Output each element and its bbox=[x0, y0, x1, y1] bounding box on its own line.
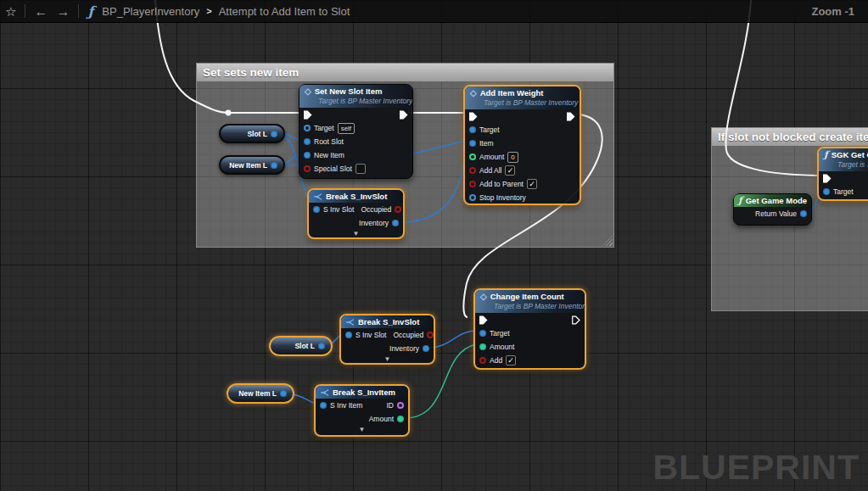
node-get-game-mode[interactable]: ƒGet Game Mode Return Value bbox=[733, 193, 812, 226]
node-header[interactable]: Break S_InvItem bbox=[316, 386, 408, 399]
exec-in-pin[interactable] bbox=[469, 112, 478, 121]
amount-pin[interactable] bbox=[397, 416, 404, 422]
return-value-pin[interactable] bbox=[800, 210, 807, 217]
exec-in-pin[interactable] bbox=[479, 315, 488, 325]
node-add-item-weight[interactable]: ◇Add Item Weight Target is BP Master Inv… bbox=[463, 85, 581, 205]
add-to-parent-checkbox[interactable]: ✓ bbox=[527, 179, 537, 189]
pin-label: Root Slot bbox=[314, 137, 344, 146]
pin-label: Amount bbox=[490, 343, 514, 351]
amount-field[interactable]: 0 bbox=[507, 152, 518, 163]
variable-pill-new-item-l-top[interactable]: New Item L bbox=[219, 155, 285, 175]
node-header[interactable]: Break S_InvSlot bbox=[309, 190, 403, 203]
exec-in-pin[interactable] bbox=[823, 174, 832, 183]
exec-out-pin[interactable] bbox=[400, 110, 408, 120]
back-arrow-icon[interactable]: ← bbox=[34, 0, 48, 23]
function-graph-icon: ƒ bbox=[87, 3, 93, 20]
pill-label: New Item L bbox=[238, 389, 277, 398]
node-subtitle: Target is BP Master Inventory bbox=[484, 98, 574, 107]
pin-label: S Inv Slot bbox=[356, 331, 386, 339]
zoom-level-label: Zoom -1 bbox=[811, 5, 854, 18]
node-subtitle: Target is S bbox=[837, 160, 868, 169]
pin-label: Add All bbox=[479, 166, 501, 175]
target-pin[interactable] bbox=[304, 125, 311, 131]
variable-pill-slot-l-bottom[interactable]: Slot L bbox=[269, 336, 333, 356]
variable-pill-new-item-l-bottom[interactable]: New Item L bbox=[227, 383, 294, 404]
collapse-arrow-icon[interactable]: ▼ bbox=[316, 426, 408, 435]
pill-label: Slot L bbox=[294, 342, 315, 350]
breadcrumb-separator-icon: > bbox=[206, 6, 211, 16]
pin-label: Occupied bbox=[393, 331, 423, 339]
node-subtitle: Target is BP Master Inventory bbox=[494, 302, 580, 310]
root-slot-pin[interactable] bbox=[304, 138, 311, 145]
node-title: Break S_InvSlot bbox=[358, 317, 419, 326]
pin-label: Amount bbox=[369, 415, 394, 423]
add-pin[interactable] bbox=[479, 357, 486, 364]
id-pin[interactable] bbox=[397, 402, 404, 409]
favorite-star-icon[interactable]: ☆ bbox=[5, 0, 16, 23]
forward-arrow-icon[interactable]: → bbox=[56, 0, 70, 23]
node-break-s-invitem[interactable]: Break S_InvItem S Inv ItemID Amount ▼ bbox=[314, 384, 410, 437]
target-pin[interactable] bbox=[479, 330, 486, 337]
add-all-pin[interactable] bbox=[469, 167, 476, 174]
exec-out-pin[interactable] bbox=[572, 315, 580, 325]
pin-label: Inventory bbox=[359, 219, 389, 227]
node-title: Get Game Mode bbox=[746, 196, 807, 205]
pill-label: Slot L bbox=[247, 130, 267, 138]
variable-output-pin[interactable] bbox=[280, 390, 287, 397]
target-pin[interactable] bbox=[469, 126, 476, 133]
amount-pin[interactable] bbox=[479, 343, 486, 350]
s-inv-slot-pin[interactable] bbox=[345, 332, 352, 338]
stop-inventory-pin[interactable] bbox=[469, 194, 476, 201]
node-header[interactable]: ◇Change Item Count Target is BP Master I… bbox=[475, 290, 585, 313]
pin-label: Target bbox=[833, 187, 854, 196]
amount-pin[interactable] bbox=[469, 153, 476, 160]
add-checkbox[interactable]: ✓ bbox=[506, 355, 516, 365]
collapse-arrow-icon[interactable]: ▼ bbox=[341, 355, 434, 365]
variable-output-pin[interactable] bbox=[318, 343, 325, 349]
node-header[interactable]: Break S_InvSlot bbox=[341, 315, 434, 328]
wire-reroute-dot[interactable] bbox=[226, 110, 232, 116]
node-change-item-count[interactable]: ◇Change Item Count Target is BP Master I… bbox=[473, 288, 586, 370]
target-pin[interactable] bbox=[823, 188, 830, 195]
variable-pill-slot-l-top[interactable]: Slot L bbox=[219, 124, 285, 143]
occupied-pin[interactable] bbox=[395, 206, 401, 213]
blueprint-graph-canvas[interactable]: Set sets new item If slot not blocked cr… bbox=[0, 0, 868, 491]
add-to-parent-pin[interactable] bbox=[469, 181, 476, 187]
variable-output-pin[interactable] bbox=[271, 162, 277, 169]
node-subtitle: Target is BP Master Inventory bbox=[318, 97, 407, 105]
exec-in-pin[interactable] bbox=[304, 110, 312, 120]
node-header[interactable]: ◇Add Item Weight Target is BP Master Inv… bbox=[465, 86, 580, 109]
item-pin[interactable] bbox=[469, 140, 476, 147]
variable-output-pin[interactable] bbox=[271, 131, 277, 137]
node-header[interactable]: ƒGet Game Mode bbox=[734, 194, 811, 207]
wire-inventory2-to-target[interactable] bbox=[428, 331, 476, 348]
pin-label: Target bbox=[314, 124, 334, 132]
breadcrumb-root[interactable]: BP_PlayerInventory bbox=[102, 5, 199, 18]
inventory-pin[interactable] bbox=[423, 345, 429, 352]
pin-label: Add bbox=[490, 356, 502, 365]
break-struct-icon bbox=[320, 388, 329, 397]
node-set-new-slot-item[interactable]: ◇Set New Slot Item Target is BP Master I… bbox=[299, 84, 413, 179]
breadcrumb-current[interactable]: Attempt to Add Item to Slot bbox=[219, 5, 350, 18]
node-break-s-invslot-2[interactable]: Break S_InvSlot S Inv SlotOccupied Inven… bbox=[339, 314, 435, 365]
occupied-pin[interactable] bbox=[427, 332, 434, 338]
pin-label: Amount bbox=[479, 153, 504, 161]
node-sgk-get[interactable]: ƒSGK Get G Target is S Target bbox=[817, 147, 868, 201]
special-slot-pin[interactable] bbox=[304, 165, 311, 172]
special-slot-checkbox[interactable] bbox=[356, 164, 366, 174]
s-inv-slot-pin[interactable] bbox=[313, 206, 320, 213]
new-item-pin[interactable] bbox=[304, 152, 311, 159]
node-header[interactable]: ƒSGK Get G Target is S bbox=[819, 148, 868, 171]
collapse-arrow-icon[interactable]: ▼ bbox=[309, 230, 403, 239]
inventory-pin[interactable] bbox=[392, 220, 399, 226]
pin-label: Return Value bbox=[755, 209, 797, 218]
node-header[interactable]: ◇Set New Slot Item Target is BP Master I… bbox=[300, 85, 412, 108]
add-all-checkbox[interactable]: ✓ bbox=[505, 165, 515, 176]
node-break-s-invslot-1[interactable]: Break S_InvSlot S Inv SlotOccupied Inven… bbox=[307, 188, 405, 239]
target-self-field[interactable]: self bbox=[338, 123, 355, 134]
wire-exec-top-to-sgk[interactable] bbox=[725, 0, 818, 176]
exec-out-pin[interactable] bbox=[567, 112, 575, 121]
pin-label: Item bbox=[479, 139, 494, 148]
s-inv-item-pin[interactable] bbox=[320, 402, 327, 409]
pin-label: Stop Inventory bbox=[479, 193, 526, 202]
